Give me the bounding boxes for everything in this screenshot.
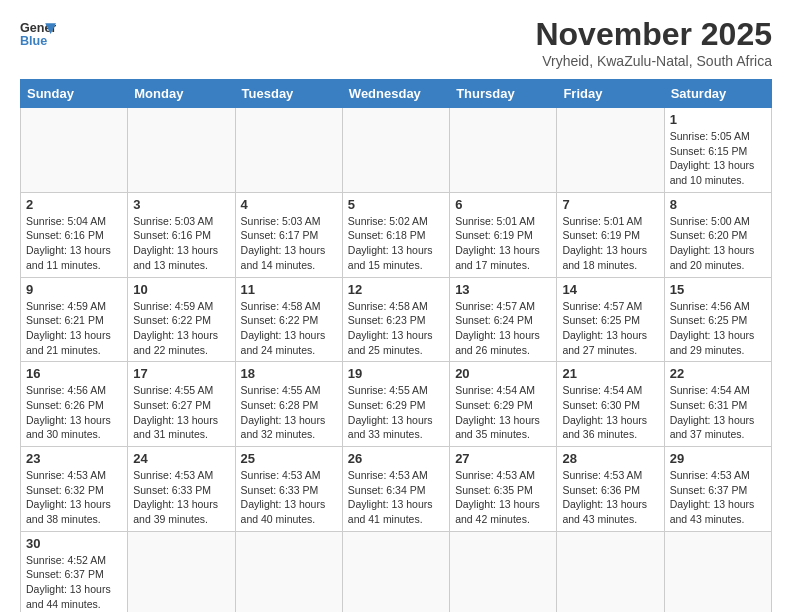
header-friday: Friday: [557, 80, 664, 108]
table-row: 20Sunrise: 4:54 AM Sunset: 6:29 PM Dayli…: [450, 362, 557, 447]
day-number: 10: [133, 282, 229, 297]
table-row: 19Sunrise: 4:55 AM Sunset: 6:29 PM Dayli…: [342, 362, 449, 447]
day-info: Sunrise: 4:54 AM Sunset: 6:30 PM Dayligh…: [562, 383, 658, 442]
location-subtitle: Vryheid, KwaZulu-Natal, South Africa: [535, 53, 772, 69]
table-row: [664, 531, 771, 612]
day-info: Sunrise: 4:59 AM Sunset: 6:21 PM Dayligh…: [26, 299, 122, 358]
page-header: General Blue November 2025 Vryheid, KwaZ…: [20, 16, 772, 69]
day-number: 5: [348, 197, 444, 212]
header-sunday: Sunday: [21, 80, 128, 108]
table-row: 9Sunrise: 4:59 AM Sunset: 6:21 PM Daylig…: [21, 277, 128, 362]
month-title: November 2025: [535, 16, 772, 53]
table-row: [21, 108, 128, 193]
table-row: [235, 531, 342, 612]
table-row: [342, 531, 449, 612]
day-number: 30: [26, 536, 122, 551]
day-number: 28: [562, 451, 658, 466]
day-number: 26: [348, 451, 444, 466]
day-number: 15: [670, 282, 766, 297]
day-number: 18: [241, 366, 337, 381]
day-number: 4: [241, 197, 337, 212]
day-number: 29: [670, 451, 766, 466]
day-info: Sunrise: 4:55 AM Sunset: 6:29 PM Dayligh…: [348, 383, 444, 442]
day-info: Sunrise: 5:03 AM Sunset: 6:16 PM Dayligh…: [133, 214, 229, 273]
table-row: [450, 108, 557, 193]
day-info: Sunrise: 4:58 AM Sunset: 6:22 PM Dayligh…: [241, 299, 337, 358]
table-row: 23Sunrise: 4:53 AM Sunset: 6:32 PM Dayli…: [21, 447, 128, 532]
day-number: 21: [562, 366, 658, 381]
day-info: Sunrise: 4:53 AM Sunset: 6:36 PM Dayligh…: [562, 468, 658, 527]
table-row: 30Sunrise: 4:52 AM Sunset: 6:37 PM Dayli…: [21, 531, 128, 612]
day-info: Sunrise: 4:57 AM Sunset: 6:25 PM Dayligh…: [562, 299, 658, 358]
table-row: 6Sunrise: 5:01 AM Sunset: 6:19 PM Daylig…: [450, 192, 557, 277]
day-number: 20: [455, 366, 551, 381]
table-row: 29Sunrise: 4:53 AM Sunset: 6:37 PM Dayli…: [664, 447, 771, 532]
table-row: 21Sunrise: 4:54 AM Sunset: 6:30 PM Dayli…: [557, 362, 664, 447]
table-row: 18Sunrise: 4:55 AM Sunset: 6:28 PM Dayli…: [235, 362, 342, 447]
day-info: Sunrise: 4:54 AM Sunset: 6:31 PM Dayligh…: [670, 383, 766, 442]
day-info: Sunrise: 4:54 AM Sunset: 6:29 PM Dayligh…: [455, 383, 551, 442]
day-number: 8: [670, 197, 766, 212]
day-number: 23: [26, 451, 122, 466]
day-number: 25: [241, 451, 337, 466]
calendar-table: Sunday Monday Tuesday Wednesday Thursday…: [20, 79, 772, 612]
table-row: 2Sunrise: 5:04 AM Sunset: 6:16 PM Daylig…: [21, 192, 128, 277]
header-monday: Monday: [128, 80, 235, 108]
day-number: 2: [26, 197, 122, 212]
table-row: [128, 531, 235, 612]
header-tuesday: Tuesday: [235, 80, 342, 108]
table-row: 3Sunrise: 5:03 AM Sunset: 6:16 PM Daylig…: [128, 192, 235, 277]
table-row: 4Sunrise: 5:03 AM Sunset: 6:17 PM Daylig…: [235, 192, 342, 277]
title-section: November 2025 Vryheid, KwaZulu-Natal, So…: [535, 16, 772, 69]
day-number: 27: [455, 451, 551, 466]
day-number: 12: [348, 282, 444, 297]
day-number: 24: [133, 451, 229, 466]
day-info: Sunrise: 5:03 AM Sunset: 6:17 PM Dayligh…: [241, 214, 337, 273]
day-info: Sunrise: 4:53 AM Sunset: 6:35 PM Dayligh…: [455, 468, 551, 527]
day-info: Sunrise: 5:01 AM Sunset: 6:19 PM Dayligh…: [562, 214, 658, 273]
day-info: Sunrise: 4:53 AM Sunset: 6:33 PM Dayligh…: [133, 468, 229, 527]
day-info: Sunrise: 4:55 AM Sunset: 6:27 PM Dayligh…: [133, 383, 229, 442]
table-row: 17Sunrise: 4:55 AM Sunset: 6:27 PM Dayli…: [128, 362, 235, 447]
day-number: 3: [133, 197, 229, 212]
day-number: 13: [455, 282, 551, 297]
table-row: 22Sunrise: 4:54 AM Sunset: 6:31 PM Dayli…: [664, 362, 771, 447]
table-row: 15Sunrise: 4:56 AM Sunset: 6:25 PM Dayli…: [664, 277, 771, 362]
header-thursday: Thursday: [450, 80, 557, 108]
day-number: 6: [455, 197, 551, 212]
table-row: 24Sunrise: 4:53 AM Sunset: 6:33 PM Dayli…: [128, 447, 235, 532]
day-info: Sunrise: 4:53 AM Sunset: 6:32 PM Dayligh…: [26, 468, 122, 527]
day-number: 9: [26, 282, 122, 297]
logo: General Blue: [20, 16, 56, 52]
day-info: Sunrise: 4:57 AM Sunset: 6:24 PM Dayligh…: [455, 299, 551, 358]
day-info: Sunrise: 4:56 AM Sunset: 6:25 PM Dayligh…: [670, 299, 766, 358]
table-row: 13Sunrise: 4:57 AM Sunset: 6:24 PM Dayli…: [450, 277, 557, 362]
table-row: [557, 108, 664, 193]
day-number: 16: [26, 366, 122, 381]
table-row: [235, 108, 342, 193]
table-row: 8Sunrise: 5:00 AM Sunset: 6:20 PM Daylig…: [664, 192, 771, 277]
day-info: Sunrise: 4:55 AM Sunset: 6:28 PM Dayligh…: [241, 383, 337, 442]
day-number: 17: [133, 366, 229, 381]
table-row: 28Sunrise: 4:53 AM Sunset: 6:36 PM Dayli…: [557, 447, 664, 532]
day-info: Sunrise: 4:53 AM Sunset: 6:33 PM Dayligh…: [241, 468, 337, 527]
table-row: [128, 108, 235, 193]
day-info: Sunrise: 4:58 AM Sunset: 6:23 PM Dayligh…: [348, 299, 444, 358]
table-row: [557, 531, 664, 612]
table-row: 26Sunrise: 4:53 AM Sunset: 6:34 PM Dayli…: [342, 447, 449, 532]
day-info: Sunrise: 4:53 AM Sunset: 6:37 PM Dayligh…: [670, 468, 766, 527]
day-info: Sunrise: 5:04 AM Sunset: 6:16 PM Dayligh…: [26, 214, 122, 273]
day-info: Sunrise: 5:00 AM Sunset: 6:20 PM Dayligh…: [670, 214, 766, 273]
header-saturday: Saturday: [664, 80, 771, 108]
table-row: 25Sunrise: 4:53 AM Sunset: 6:33 PM Dayli…: [235, 447, 342, 532]
table-row: 14Sunrise: 4:57 AM Sunset: 6:25 PM Dayli…: [557, 277, 664, 362]
table-row: 11Sunrise: 4:58 AM Sunset: 6:22 PM Dayli…: [235, 277, 342, 362]
header-wednesday: Wednesday: [342, 80, 449, 108]
table-row: 12Sunrise: 4:58 AM Sunset: 6:23 PM Dayli…: [342, 277, 449, 362]
day-info: Sunrise: 4:53 AM Sunset: 6:34 PM Dayligh…: [348, 468, 444, 527]
table-row: [450, 531, 557, 612]
day-info: Sunrise: 5:01 AM Sunset: 6:19 PM Dayligh…: [455, 214, 551, 273]
svg-text:Blue: Blue: [20, 34, 47, 48]
weekday-header-row: Sunday Monday Tuesday Wednesday Thursday…: [21, 80, 772, 108]
table-row: 10Sunrise: 4:59 AM Sunset: 6:22 PM Dayli…: [128, 277, 235, 362]
